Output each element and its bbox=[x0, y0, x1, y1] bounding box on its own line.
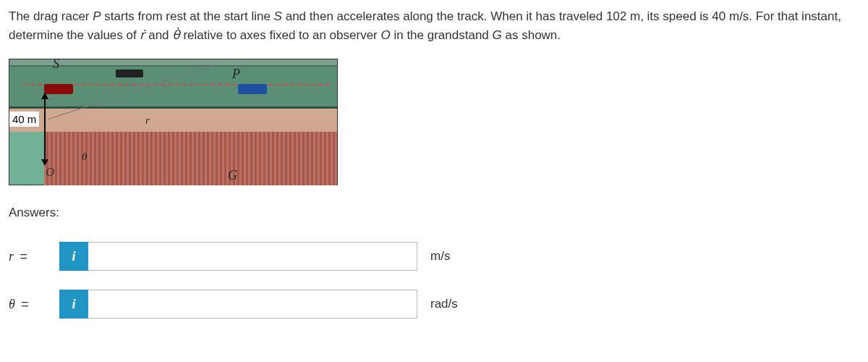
label-r: r bbox=[145, 114, 150, 127]
grandstand-area bbox=[44, 132, 337, 185]
var-s: S bbox=[274, 9, 282, 23]
rdot-unit: m/s bbox=[430, 249, 450, 264]
rdot-label: . r = bbox=[9, 249, 45, 264]
problem-statement: The drag racer P starts from rest at the… bbox=[9, 7, 859, 44]
var-p: P bbox=[93, 9, 101, 23]
info-icon[interactable]: i bbox=[59, 242, 88, 271]
answer-row-thetadot: . θ = i rad/s bbox=[9, 290, 859, 319]
arrow-up-icon bbox=[41, 93, 48, 99]
info-icon[interactable]: i bbox=[59, 290, 88, 319]
label-g: G bbox=[228, 168, 237, 183]
thetadot-input[interactable] bbox=[88, 290, 417, 319]
figure-diagram: S P G 40 m O r θ bbox=[9, 59, 338, 185]
label-o: O bbox=[46, 165, 54, 180]
dimension-line bbox=[44, 94, 46, 164]
answers-heading: Answers: bbox=[9, 206, 859, 220]
distance-label: 40 m bbox=[9, 111, 39, 127]
answer-row-rdot: . r = i m/s bbox=[9, 242, 859, 271]
thetadot-unit: rad/s bbox=[430, 297, 458, 311]
car-s-icon bbox=[44, 84, 73, 94]
rdot-input[interactable] bbox=[88, 242, 417, 271]
label-s: S bbox=[53, 56, 59, 72]
thetadot-label: . θ = bbox=[9, 297, 45, 312]
var-thetadot: θ̇ bbox=[172, 28, 179, 42]
car-icon bbox=[116, 70, 143, 77]
car-p-icon bbox=[238, 84, 267, 94]
label-p: P bbox=[232, 67, 240, 82]
var-o: O bbox=[380, 28, 390, 42]
var-g: G bbox=[493, 28, 502, 42]
label-theta: θ bbox=[82, 151, 87, 163]
